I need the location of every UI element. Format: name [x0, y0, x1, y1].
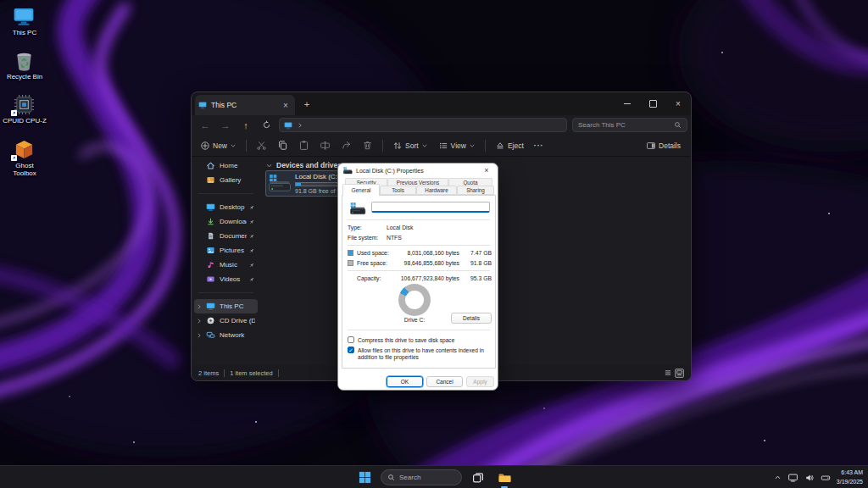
- rename-icon: [320, 140, 331, 151]
- pin-icon: [248, 219, 255, 225]
- sidebar-item-gallery[interactable]: Gallery: [194, 173, 258, 187]
- list-view-toggle[interactable]: [663, 369, 672, 378]
- display-tray-icon[interactable]: [787, 472, 798, 483]
- delete-button[interactable]: [357, 137, 378, 154]
- drive-name: Local Disk (C:): [295, 173, 339, 180]
- divider: [348, 219, 490, 220]
- chevron-right-icon: [196, 303, 203, 310]
- dialog-close-button[interactable]: ×: [481, 166, 492, 175]
- ok-button[interactable]: OK: [387, 376, 423, 387]
- recycle-bin-icon: [13, 49, 36, 72]
- sidebar-item-documents[interactable]: Documents: [194, 229, 258, 243]
- compress-checkbox[interactable]: ✓: [348, 336, 354, 343]
- maximize-button[interactable]: [640, 92, 665, 115]
- eject-label: Eject: [508, 141, 524, 150]
- search-icon: [674, 121, 682, 129]
- tab-general[interactable]: General: [342, 184, 380, 196]
- cut-button[interactable]: [251, 137, 272, 154]
- videos-icon: [206, 274, 215, 284]
- volume-label-input[interactable]: [371, 202, 490, 213]
- navigation-bar: ← → ↑: [192, 115, 691, 135]
- command-bar: New Sort View Eject ··· Details: [192, 135, 691, 157]
- free-space-size: 91.8 GB: [465, 260, 492, 266]
- details-button[interactable]: Details: [451, 313, 492, 324]
- desktop-icon-ghost-toolbox[interactable]: Ghost Toolbox: [0, 138, 49, 177]
- monitor-icon: [13, 5, 35, 27]
- view-label: View: [451, 141, 466, 150]
- details-pane-button[interactable]: Details: [641, 137, 686, 154]
- explorer-search-box[interactable]: [572, 118, 687, 132]
- monitor-icon: [198, 101, 207, 109]
- pin-icon: [248, 247, 255, 254]
- forward-button[interactable]: →: [215, 120, 236, 130]
- shortcut-arrow-icon: [11, 110, 17, 116]
- up-button[interactable]: ↑: [236, 120, 256, 130]
- view-icon: [438, 141, 448, 151]
- large-icons-view-toggle[interactable]: [675, 369, 684, 378]
- desktop-icon-label: CPUID CPU-Z: [0, 117, 49, 125]
- pictures-icon: [206, 246, 215, 255]
- sidebar-item-pictures[interactable]: Pictures: [194, 243, 258, 258]
- taskbar-search-box[interactable]: [381, 469, 462, 485]
- pin-icon: [248, 262, 255, 269]
- address-bar[interactable]: [279, 118, 567, 132]
- rename-button[interactable]: [314, 137, 336, 154]
- sidebar-item-this-pc[interactable]: This PC: [194, 299, 258, 313]
- index-checkbox[interactable]: ✓: [348, 347, 354, 353]
- paste-button[interactable]: [293, 137, 314, 154]
- copy-button[interactable]: [272, 137, 293, 154]
- section-devices-and-drives[interactable]: Devices and drives: [265, 161, 342, 169]
- new-button[interactable]: New: [195, 137, 242, 154]
- desktop-icon-recycle-bin[interactable]: Recycle Bin: [0, 49, 49, 80]
- properties-dialog: Local Disk (C:) Properties × Security Pr…: [337, 163, 498, 391]
- taskbar-search-input[interactable]: [399, 474, 455, 481]
- sidebar-item-label: Documents: [220, 232, 247, 240]
- task-view-button[interactable]: [468, 468, 488, 488]
- hidden-icons-chevron-icon[interactable]: [774, 474, 782, 481]
- section-label: Devices and drives: [276, 161, 342, 169]
- tab-sharing[interactable]: Sharing: [457, 186, 494, 195]
- refresh-icon: [262, 120, 271, 130]
- explorer-search-input[interactable]: [578, 121, 674, 129]
- new-plus-icon: [200, 141, 210, 151]
- close-button[interactable]: ×: [665, 92, 691, 115]
- minimize-button[interactable]: [615, 92, 640, 115]
- sidebar-item-label: Gallery: [220, 176, 255, 184]
- clock[interactable]: 6:43 AM 3/19/2025: [837, 469, 863, 485]
- sort-button[interactable]: Sort: [387, 137, 433, 154]
- chevron-right-icon: [297, 122, 303, 129]
- volume-icon[interactable]: [804, 473, 815, 483]
- tab-close-icon[interactable]: ×: [280, 101, 292, 110]
- file-explorer-taskbar-button[interactable]: [494, 468, 515, 488]
- copy-icon: [277, 140, 288, 151]
- more-options-button[interactable]: ···: [529, 137, 549, 154]
- sidebar-item-cd-drive[interactable]: CD Drive (D:) Virtua: [194, 313, 258, 328]
- tab-hardware[interactable]: Hardware: [416, 186, 457, 195]
- free-space-label: Free space:: [357, 260, 392, 266]
- drive-tray-icon[interactable]: [821, 473, 831, 483]
- used-space-size: 7.47 GB: [465, 250, 492, 256]
- back-button[interactable]: ←: [195, 120, 215, 130]
- refresh-button[interactable]: [256, 120, 276, 130]
- minimize-icon: [624, 103, 631, 104]
- new-tab-button[interactable]: +: [300, 97, 314, 111]
- apply-button[interactable]: Apply: [466, 376, 494, 387]
- sidebar-item-videos[interactable]: Videos: [194, 272, 258, 286]
- eject-button[interactable]: Eject: [490, 137, 529, 154]
- explorer-tab-this-pc[interactable]: This PC ×: [195, 95, 295, 115]
- chevron-right-icon: [196, 332, 203, 339]
- file-system-label: File system:: [348, 235, 387, 241]
- sidebar-item-network[interactable]: Network: [194, 328, 258, 342]
- sidebar-item-home[interactable]: Home: [194, 158, 258, 173]
- desktop-icon-cpuz[interactable]: CPUID CPU-Z: [0, 93, 49, 125]
- sidebar-item-desktop[interactable]: Desktop: [194, 200, 258, 214]
- divider: [198, 292, 253, 293]
- start-button[interactable]: [354, 468, 375, 488]
- cancel-button[interactable]: Cancel: [426, 376, 463, 387]
- desktop-icon-this-pc[interactable]: This PC: [0, 5, 49, 36]
- sidebar-item-downloads[interactable]: Downloads: [194, 214, 258, 229]
- tab-tools[interactable]: Tools: [380, 186, 416, 195]
- sidebar-item-music[interactable]: Music: [194, 258, 258, 272]
- share-button[interactable]: [336, 137, 357, 154]
- view-button[interactable]: View: [433, 137, 481, 154]
